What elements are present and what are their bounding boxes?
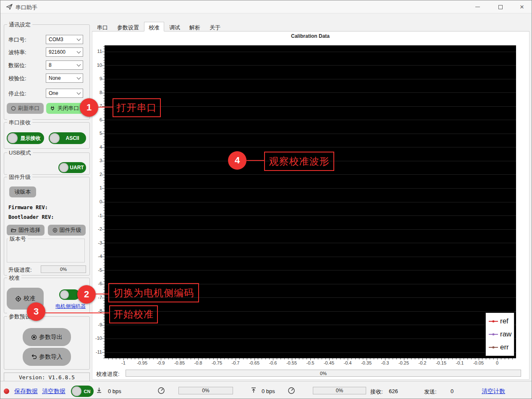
y-minor-tick [103, 347, 105, 347]
x-minor-tick [336, 358, 337, 360]
gridline-y [105, 243, 516, 243]
x-tick-label: -0.15 [432, 360, 451, 365]
x-tick-label: -0.75 [208, 360, 226, 365]
combo-stop-bits[interactable]: One [46, 89, 83, 98]
close-serial-button[interactable]: 关闭串口 [46, 103, 83, 114]
tab-parse[interactable]: 解析 [185, 23, 204, 31]
combo-data-bits[interactable]: 8 [46, 60, 83, 70]
x-minor-tick [168, 358, 169, 360]
rx-count-label: 接收: [370, 388, 383, 396]
version-number-box: 版本号 [7, 239, 85, 262]
y-tick [102, 339, 105, 339]
x-tick-label: -0.95 [133, 360, 152, 365]
return-arrow-icon [31, 354, 37, 360]
chevron-down-icon [77, 49, 81, 53]
param-import-button[interactable]: 参数导入 [23, 348, 71, 366]
x-minor-tick [344, 358, 344, 360]
clear-data-link[interactable]: 清空数据 [42, 388, 66, 395]
read-version-button[interactable]: 读版本 [9, 186, 36, 197]
close-button[interactable]: × [515, 2, 529, 12]
clear-count-link[interactable]: 清空计数 [482, 388, 505, 395]
y-tick [102, 243, 105, 244]
y-minor-tick [103, 322, 105, 323]
y-tick [102, 284, 105, 284]
y-tick [102, 147, 105, 148]
x-minor-tick [172, 358, 173, 360]
tx-progress-value: 0% [336, 388, 343, 394]
tab-debug[interactable]: 调试 [165, 23, 184, 31]
combo-parity[interactable]: None [46, 74, 83, 83]
firmware-upgrade-button[interactable]: 固件升级 [48, 225, 86, 236]
gridline-y [105, 202, 516, 202]
x-tick-label: -0.25 [395, 360, 413, 365]
group-title: 通讯设定 [7, 21, 32, 29]
y-tick [102, 188, 105, 189]
x-minor-tick [232, 358, 232, 360]
annotation-box-1: 打开串口 [113, 98, 161, 117]
tab-about[interactable]: 关于 [205, 23, 225, 31]
combo-baud-rate[interactable]: 921600 [46, 47, 83, 57]
x-minor-tick [153, 358, 154, 360]
motor-encoder-link[interactable]: 电机侧编码器 [52, 303, 89, 310]
x-minor-tick [116, 358, 116, 360]
x-minor-tick [407, 358, 408, 360]
y-minor-tick [103, 71, 105, 71]
x-tick-label: -0.5 [301, 360, 320, 365]
read-version-label: 读版本 [15, 188, 31, 196]
language-toggle[interactable]: CN [71, 386, 94, 397]
ascii-toggle[interactable]: ASCII [49, 132, 86, 144]
field-label-stop-bits: 停止位: [8, 90, 26, 97]
y-minor-tick [103, 98, 105, 99]
annotation-badge-3: 3 [27, 302, 45, 321]
combo-serial-port[interactable]: COM3 [46, 35, 83, 44]
y-minor-tick [103, 349, 105, 350]
param-export-button[interactable]: 参数导出 [23, 328, 71, 346]
y-tick-label: 6 [89, 117, 102, 122]
y-tick-label: -4 [89, 254, 102, 259]
gridline-y [105, 79, 516, 79]
y-minor-tick [103, 309, 105, 309]
x-minor-tick [280, 358, 281, 360]
save-data-link[interactable]: 保存数据 [14, 388, 38, 395]
y-tick [102, 216, 105, 216]
annotation-badge-2: 2 [77, 285, 96, 304]
y-tick [102, 52, 105, 52]
gridline-y [105, 215, 516, 216]
minimize-button[interactable] [471, 2, 484, 12]
x-minor-tick [176, 358, 176, 360]
upgrade-progress-value: 0% [60, 267, 67, 272]
comm-settings-group: 通讯设定 串口号:COM3波特率:921600数据位:8校验位:None停止位:… [4, 24, 90, 120]
x-minor-tick [307, 358, 307, 360]
x-minor-tick [501, 358, 501, 360]
y-minor-tick [103, 142, 105, 142]
tab-param-settings[interactable]: 参数设置 [113, 23, 143, 31]
y-minor-tick [103, 251, 105, 252]
y-tick-label: 3 [89, 158, 102, 163]
y-minor-tick [103, 287, 105, 287]
x-minor-tick [333, 358, 333, 360]
group-title: USB模式 [7, 149, 33, 157]
encoder-side-toggle[interactable] [59, 289, 80, 300]
display-receive-toggle[interactable]: 显示接收 [7, 132, 44, 144]
y-minor-tick [103, 292, 105, 293]
annotation-badge-1: 1 [80, 98, 98, 117]
uart-toggle[interactable]: UART [58, 162, 86, 173]
status-bar: 保存数据 清空数据 CN 0 bps 0% 0 bps 0% 接收: 626 发… [0, 381, 532, 399]
tab-calibration[interactable]: 校准 [144, 22, 164, 32]
x-minor-tick [351, 358, 352, 360]
refresh-serial-button[interactable]: 刷新串口 [7, 103, 44, 114]
y-minor-tick [103, 235, 105, 235]
y-minor-tick [103, 344, 105, 344]
firmware-select-button[interactable]: 固件选择 [7, 225, 45, 236]
y-minor-tick [103, 155, 105, 156]
x-minor-tick [210, 358, 210, 360]
x-minor-tick [475, 358, 475, 360]
version-box-title: 版本号 [8, 235, 28, 243]
legend-marker-icon [489, 346, 498, 349]
maximize-button[interactable] [494, 2, 507, 12]
rx-progress-value: 0% [202, 388, 209, 394]
x-minor-tick [165, 358, 165, 360]
tab-serial[interactable]: 串口 [93, 23, 112, 31]
y-minor-tick [103, 333, 105, 333]
paper-plane-icon [6, 3, 13, 12]
